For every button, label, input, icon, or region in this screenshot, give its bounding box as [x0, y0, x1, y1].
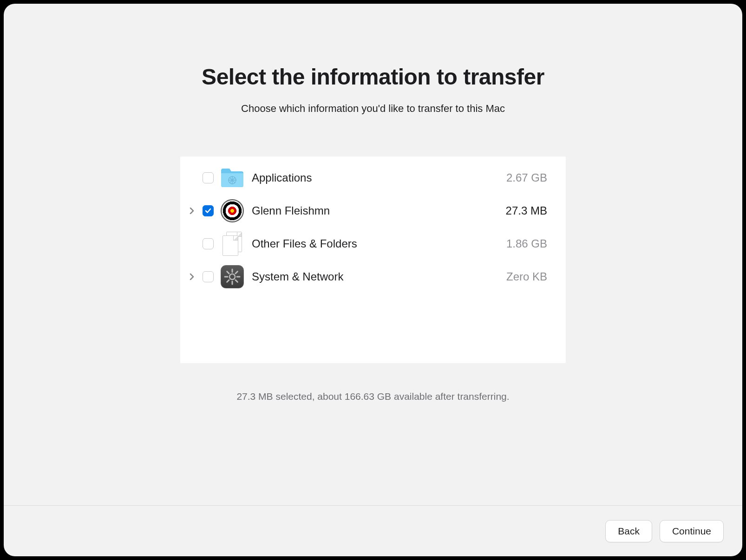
checkbox-applications[interactable] — [203, 172, 214, 183]
checkbox-cell — [199, 172, 217, 183]
svg-line-7 — [236, 280, 237, 282]
page-subtitle: Choose which information you'd like to t… — [241, 103, 505, 115]
content-area: Select the information to transfer Choos… — [4, 4, 742, 505]
svg-line-6 — [227, 271, 229, 273]
item-label: Glenn Fleishmn — [247, 204, 491, 217]
checkbox-other-files[interactable] — [203, 238, 214, 249]
migration-assistant-window: Select the information to transfer Choos… — [4, 4, 742, 556]
checkbox-system-network[interactable] — [203, 271, 214, 282]
item-size: 1.86 GB — [491, 237, 547, 250]
item-label: Applications — [247, 171, 491, 184]
disclosure-cell[interactable] — [185, 208, 199, 214]
checkbox-user[interactable] — [203, 205, 214, 216]
item-size: Zero KB — [491, 270, 547, 283]
item-label: System & Network — [247, 270, 491, 283]
svg-point-1 — [229, 274, 235, 280]
documents-icon — [217, 232, 247, 256]
checkbox-cell — [199, 205, 217, 216]
chevron-right-icon — [190, 273, 194, 280]
footer: Back Continue — [4, 505, 742, 556]
user-target-icon — [217, 199, 247, 223]
transfer-list: Applications 2.67 GB — [180, 156, 566, 363]
status-text: 27.3 MB selected, about 166.63 GB availa… — [236, 391, 509, 402]
page-title: Select the information to transfer — [202, 64, 544, 90]
chevron-right-icon — [190, 208, 194, 214]
list-item-other-files[interactable]: Other Files & Folders 1.86 GB — [180, 227, 566, 260]
back-button[interactable]: Back — [605, 520, 652, 542]
checkmark-icon — [205, 208, 211, 214]
system-settings-icon — [217, 265, 247, 289]
list-item-user[interactable]: Glenn Fleishmn 27.3 MB — [180, 194, 566, 227]
list-item-applications[interactable]: Applications 2.67 GB — [180, 161, 566, 194]
svg-line-9 — [236, 271, 237, 273]
applications-folder-icon — [217, 166, 247, 190]
disclosure-cell[interactable] — [185, 273, 199, 280]
gear-icon — [223, 267, 242, 286]
checkbox-cell — [199, 238, 217, 249]
item-label: Other Files & Folders — [247, 237, 491, 250]
checkbox-cell — [199, 271, 217, 282]
item-size: 27.3 MB — [491, 204, 547, 217]
svg-line-8 — [227, 280, 229, 282]
continue-button[interactable]: Continue — [660, 520, 724, 542]
list-item-system-network[interactable]: System & Network Zero KB — [180, 260, 566, 293]
item-size: 2.67 GB — [491, 171, 547, 184]
